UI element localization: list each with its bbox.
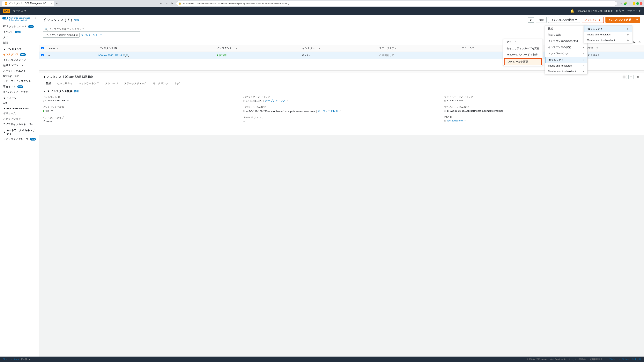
user-menu[interactable]: kazaana @ 5769-5092-0858 ▼ xyxy=(578,9,613,12)
instance-type-text: t2.micro xyxy=(43,120,52,123)
sidebar-item-instance-types[interactable]: インスタンスタイプ xyxy=(0,57,39,63)
filter-tag-close-icon[interactable]: ✕ xyxy=(76,34,78,36)
tab-monitoring[interactable]: モニタリング xyxy=(150,80,171,87)
sidebar-item-launch-templates[interactable]: 起動テンプレート xyxy=(0,63,39,68)
sidebar-item-volumes[interactable]: ボリューム xyxy=(0,111,39,116)
sidebar-item-ami[interactable]: AMI xyxy=(0,101,39,105)
sidebar-item-tags[interactable]: タグ xyxy=(0,35,39,40)
sidebar-instances-section[interactable]: ▼ インスタンス xyxy=(0,46,39,52)
menu-item-connect[interactable]: 接続 xyxy=(545,25,587,32)
refresh-button[interactable]: ⟳ xyxy=(528,17,534,22)
copy-instance-id-icon[interactable]: ⎘ xyxy=(43,99,44,102)
forward-button[interactable]: → xyxy=(164,1,169,5)
sidebar-item-security-groups[interactable]: セキュリティグループ New xyxy=(0,136,39,142)
maximize-button[interactable] xyxy=(636,2,639,5)
context-menu-alarm[interactable]: アラーム + xyxy=(504,39,542,45)
tab-storage[interactable]: ストレージ xyxy=(102,80,121,87)
tab-status-checks[interactable]: ステータスチェック xyxy=(121,80,150,87)
row-select-checkbox[interactable] xyxy=(41,54,44,56)
select-all-header[interactable] xyxy=(39,45,46,52)
connect-button[interactable]: 接続 xyxy=(536,17,547,23)
sidebar-item-snapshots[interactable]: スナップショット xyxy=(0,116,39,122)
sub-menu-image-templates[interactable]: Image and templates ▶ xyxy=(584,32,632,37)
clear-filter-button[interactable]: フィルターをクリア xyxy=(81,33,102,37)
tab-security[interactable]: セキュリティ xyxy=(54,80,76,87)
sidebar-network-section[interactable]: ▼ ネットワーク & セキュリティ xyxy=(0,127,39,136)
menu-item-security[interactable]: セキュリティ ▶ xyxy=(545,57,587,63)
table-settings-icon[interactable]: ⚙ xyxy=(638,40,641,44)
bookmark-button[interactable]: ☆ xyxy=(620,2,622,5)
sub-menu-monitor-troubleshoot[interactable]: Monitor and troubleshoot ▶ xyxy=(584,37,632,43)
menu-item-networking[interactable]: ネットワーキング ▶ xyxy=(545,50,587,57)
menu-item-manage-state[interactable]: インスタンスの状態を管理 xyxy=(545,38,587,44)
tab-tags[interactable]: タグ xyxy=(171,80,183,87)
context-menu-iam-role[interactable]: IAM ロールを変更 xyxy=(504,58,542,65)
tab-close-btn[interactable]: ✕ xyxy=(50,2,52,4)
experience-toggle-switch[interactable] xyxy=(2,17,8,19)
next-page-button[interactable]: ▶ xyxy=(632,40,637,44)
address-bar[interactable]: 🔒 ap-northeast-1.console.aws.amazon.com/… xyxy=(176,1,617,6)
external-vpc-icon[interactable]: ↗ xyxy=(464,119,466,122)
menu-item-instance-settings[interactable]: インスタンスの設定 ▶ xyxy=(545,44,587,50)
close-window-button[interactable] xyxy=(640,2,642,5)
panel-icon-shrink-btn[interactable]: ◫ xyxy=(628,75,634,79)
support-menu[interactable]: サポート ▼ xyxy=(628,9,641,13)
search-input[interactable] xyxy=(49,28,138,30)
public-dns-text: ec2-3-112-188-223.ap-northeast-1.compute… xyxy=(246,110,315,113)
notifications-bell-icon[interactable]: 🔔 xyxy=(570,9,574,13)
sidebar-item-reserved-instances[interactable]: リザーブドインスタンス xyxy=(0,78,39,84)
services-menu[interactable]: サービス ▼ xyxy=(13,9,26,13)
open-dns-link[interactable]: オープンアドレス xyxy=(318,109,338,113)
copy-vpc-id-icon[interactable]: ⎘ xyxy=(444,119,446,122)
region-menu[interactable]: 東京 ▼ xyxy=(616,9,624,13)
tab-networking[interactable]: ネットワーキング xyxy=(76,80,102,87)
panel-icon-collapse-btn[interactable]: ▦ xyxy=(635,75,640,79)
select-all-checkbox[interactable] xyxy=(41,47,44,49)
menu-item-view-details[interactable]: 詳細を表示 xyxy=(545,32,587,38)
reload-button[interactable]: ↻ xyxy=(170,1,174,5)
copy-private-ip-icon[interactable]: ⎘ xyxy=(444,99,446,102)
actions-button[interactable]: アクション ▲ xyxy=(582,17,604,23)
tab-details[interactable]: 詳細 xyxy=(43,80,54,87)
sidebar-item-events[interactable]: イベント New xyxy=(0,29,39,35)
instance-status-button[interactable]: インスタンスの状態 ▼ xyxy=(548,17,580,23)
detail-instance-type: インスタンスタイプ t2.micro xyxy=(43,116,239,123)
launch-instance-dropdown-button[interactable]: ▼ xyxy=(634,17,640,23)
context-menu-change-sg[interactable]: セキュリティグループを変更 xyxy=(504,45,542,51)
menu-button[interactable]: ⋮ xyxy=(628,2,631,5)
details-section-header[interactable]: ▼ ▼ インスタンス概要 情報 xyxy=(43,89,640,93)
sub-menu-security-item[interactable]: セキュリティ ▶ xyxy=(584,25,632,32)
back-button[interactable]: ← xyxy=(159,1,163,5)
new-tab-button[interactable]: + xyxy=(56,2,58,5)
sidebar-item-spot-requests[interactable]: スポットリクエスト xyxy=(0,68,39,73)
copy-private-dns-icon[interactable]: ⎘ xyxy=(444,110,446,112)
minimize-button[interactable] xyxy=(633,2,636,5)
sidebar-item-limits[interactable]: 制限 xyxy=(0,40,39,45)
details-info-link[interactable]: 情報 xyxy=(74,90,79,93)
browser-tab[interactable]: ▣ インスタンス | EC2 Management C... ✕ xyxy=(2,1,54,6)
extension-button[interactable]: 🧩 xyxy=(624,2,627,5)
sidebar-item-instances[interactable]: インスタンス New xyxy=(0,52,39,57)
open-address-link[interactable]: オープンアドレス xyxy=(265,99,286,103)
panel-icon-expand-btn[interactable]: ⬜ xyxy=(621,75,627,79)
instance-id-link[interactable]: i-00fae472d613f81b9 xyxy=(98,54,122,57)
menu-item-monitor-troubleshoot[interactable]: Monitor and troubleshoot ▶ xyxy=(545,68,587,74)
vpc-id-link[interactable]: vpc-29d6d94e xyxy=(447,119,463,122)
external-dns-icon[interactable]: ↗ xyxy=(339,110,341,112)
copy-public-dns-icon[interactable]: ⎘ xyxy=(244,110,245,112)
experience-close-icon[interactable]: × xyxy=(35,17,36,19)
sidebar-item-lifecycle-manager[interactable]: ライフサイクルマネージャー xyxy=(0,122,39,127)
sidebar-ebs-section[interactable]: ▼ Elastic Block Store xyxy=(0,105,39,111)
sidebar-item-capacity-reservation[interactable]: キャパシティーの予約 xyxy=(0,89,39,95)
copy-public-ip-icon[interactable]: ⎘ xyxy=(244,100,245,102)
info-link[interactable]: 情報 xyxy=(74,18,79,21)
sidebar-item-savings-plans[interactable]: Savings Plans xyxy=(0,73,39,78)
sidebar-item-dashboard[interactable]: EC2 ダッシュボード New xyxy=(0,24,39,29)
sidebar-images-section[interactable]: ▼ イメージ xyxy=(0,95,39,101)
menu-item-image-templates[interactable]: Image and templates ▶ xyxy=(545,63,587,68)
external-link-icon[interactable]: ↗ xyxy=(287,100,288,102)
row-checkbox-cell[interactable] xyxy=(39,52,46,59)
context-menu-windows-pw[interactable]: Windows パスワードを取得 xyxy=(504,51,542,58)
launch-instance-button[interactable]: インスタンスを起動 xyxy=(606,17,634,23)
sidebar-item-dedicated-hosts[interactable]: 専有ホスト New xyxy=(0,84,39,89)
